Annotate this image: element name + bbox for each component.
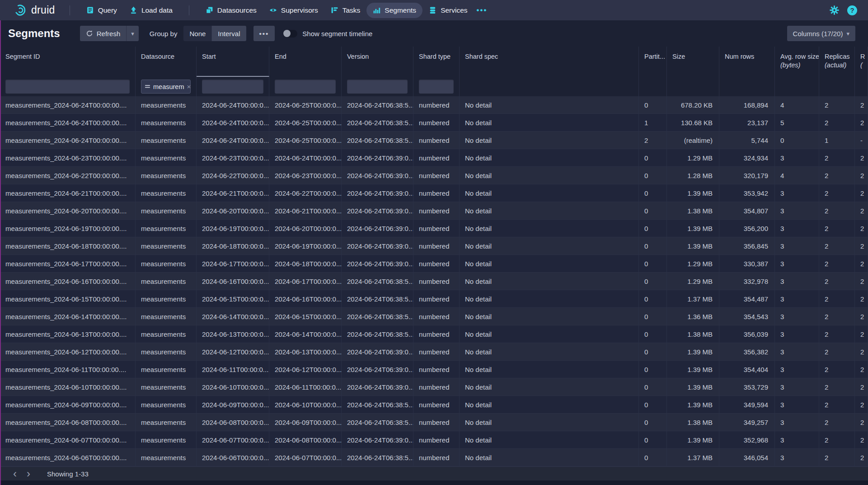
cell-replication_factor[interactable]: 2	[855, 255, 868, 272]
cell-avg_row_size[interactable]: 3	[775, 325, 819, 343]
help-icon[interactable]: ?	[847, 5, 857, 15]
cell-end[interactable]: 2024-06-13T00:00:0...	[269, 343, 342, 360]
cell-shard_type[interactable]: numbered	[413, 114, 460, 131]
cell-partition[interactable]: 0	[639, 220, 667, 237]
table-row[interactable]: measurements_2024-06-20T00:00:00....meas…	[0, 202, 868, 220]
cell-partition[interactable]: 0	[639, 378, 667, 396]
cell-replicas[interactable]: 2	[819, 114, 855, 131]
cell-num_rows[interactable]: 356,039	[719, 325, 775, 343]
cell-end[interactable]: 2024-06-25T00:00:0...	[269, 96, 342, 113]
cell-shard_spec[interactable]: No detail	[460, 290, 639, 307]
cell-replication_factor[interactable]: 2	[855, 290, 868, 307]
cell-shard_type[interactable]: numbered	[413, 184, 460, 202]
cell-shard_type[interactable]: numbered	[413, 396, 460, 413]
cell-partition[interactable]: 0	[639, 396, 667, 413]
cell-shard_type[interactable]: numbered	[413, 237, 460, 254]
table-row[interactable]: measurements_2024-06-11T00:00:00....meas…	[0, 361, 868, 378]
cell-size[interactable]: 1.29 MB	[667, 255, 719, 272]
cell-replicas[interactable]: 2	[819, 149, 855, 166]
nav-more-icon[interactable]: •••	[477, 6, 488, 15]
cell-end[interactable]: 2024-06-09T00:00:0...	[269, 414, 342, 431]
cell-num_rows[interactable]: 353,942	[719, 184, 775, 202]
cell-partition[interactable]: 0	[639, 202, 667, 219]
cell-version[interactable]: 2024-06-24T06:38:5...	[342, 449, 413, 466]
cell-shard_spec[interactable]: No detail	[460, 343, 639, 360]
cell-shard_type[interactable]: numbered	[413, 220, 460, 237]
table-row[interactable]: measurements_2024-06-09T00:00:00....meas…	[0, 396, 868, 414]
column-header-replicas[interactable]: Replicas(actual)	[819, 47, 855, 77]
nav-item-supervisors[interactable]: Supervisors	[263, 3, 324, 18]
table-row[interactable]: measurements_2024-06-10T00:00:00....meas…	[0, 378, 868, 396]
cell-replicas[interactable]: 2	[819, 361, 855, 378]
cell-version[interactable]: 2024-06-24T06:38:5...	[342, 414, 413, 431]
cell-partition[interactable]: 0	[639, 149, 667, 166]
cell-end[interactable]: 2024-06-23T00:00:0...	[269, 167, 342, 184]
cell-replication_factor[interactable]: -	[855, 132, 868, 149]
cell-replicas[interactable]: 2	[819, 220, 855, 237]
table-row[interactable]: measurements_2024-06-14T00:00:00....meas…	[0, 308, 868, 325]
cell-size[interactable]: 1.38 MB	[667, 202, 719, 219]
cell-datasource[interactable]: measurements	[136, 343, 197, 360]
filter-input-version[interactable]	[347, 80, 408, 94]
cell-end[interactable]: 2024-06-20T00:00:0...	[269, 220, 342, 237]
cell-end[interactable]: 2024-06-22T00:00:0...	[269, 184, 342, 202]
filter-chip-datasource[interactable]: measurem×	[141, 80, 191, 94]
cell-datasource[interactable]: measurements	[136, 325, 197, 343]
cell-version[interactable]: 2024-06-24T06:39:0...	[342, 184, 413, 202]
cell-datasource[interactable]: measurements	[136, 149, 197, 166]
cell-num_rows[interactable]: 349,257	[719, 414, 775, 431]
cell-num_rows[interactable]: 354,807	[719, 202, 775, 219]
refresh-button[interactable]: Refresh	[80, 26, 127, 41]
cell-avg_row_size[interactable]: 3	[775, 308, 819, 325]
filter-input-start[interactable]	[202, 80, 263, 94]
cell-datasource[interactable]: measurements	[136, 220, 197, 237]
cell-replicas[interactable]: 2	[819, 96, 855, 113]
cell-size[interactable]: 1.37 MB	[667, 449, 719, 466]
cell-version[interactable]: 2024-06-24T06:39:0...	[342, 361, 413, 378]
cell-version[interactable]: 2024-06-24T06:38:5...	[342, 325, 413, 343]
cell-shard_spec[interactable]: No detail	[460, 237, 639, 254]
cell-shard_spec[interactable]: No detail	[460, 431, 639, 448]
cell-avg_row_size[interactable]: 3	[775, 255, 819, 272]
cell-size[interactable]: 1.36 MB	[667, 308, 719, 325]
cell-num_rows[interactable]: 5,744	[719, 132, 775, 149]
cell-datasource[interactable]: measurements	[136, 96, 197, 113]
cell-replication_factor[interactable]: 2	[855, 343, 868, 360]
cell-replicas[interactable]: 2	[819, 378, 855, 396]
cell-start[interactable]: 2024-06-24T00:00:0...	[197, 132, 269, 149]
filter-input-segment_id[interactable]	[5, 80, 130, 94]
cell-start[interactable]: 2024-06-22T00:00:0...	[197, 167, 269, 184]
cell-replication_factor[interactable]: 2	[855, 167, 868, 184]
cell-start[interactable]: 2024-06-21T00:00:0...	[197, 184, 269, 202]
cell-shard_type[interactable]: numbered	[413, 273, 460, 290]
cell-start[interactable]: 2024-06-24T00:00:0...	[197, 96, 269, 113]
cell-start[interactable]: 2024-06-10T00:00:0...	[197, 378, 269, 396]
table-row[interactable]: measurements_2024-06-13T00:00:00....meas…	[0, 325, 868, 343]
cell-num_rows[interactable]: 354,404	[719, 361, 775, 378]
cell-start[interactable]: 2024-06-09T00:00:0...	[197, 396, 269, 413]
cell-partition[interactable]: 0	[639, 361, 667, 378]
cell-replicas[interactable]: 2	[819, 343, 855, 360]
cell-avg_row_size[interactable]: 3	[775, 220, 819, 237]
cell-segment_id[interactable]: measurements_2024-06-07T00:00:00....	[0, 431, 136, 448]
cell-shard_type[interactable]: numbered	[413, 149, 460, 166]
cell-version[interactable]: 2024-06-24T06:39:0...	[342, 378, 413, 396]
cell-end[interactable]: 2024-06-14T00:00:0...	[269, 325, 342, 343]
cell-shard_spec[interactable]: No detail	[460, 361, 639, 378]
cell-size[interactable]: 1.39 MB	[667, 361, 719, 378]
nav-item-datasources[interactable]: Datasources	[199, 3, 263, 18]
cell-shard_type[interactable]: numbered	[413, 449, 460, 466]
cell-replicas[interactable]: 2	[819, 290, 855, 307]
cell-num_rows[interactable]: 356,200	[719, 220, 775, 237]
cell-end[interactable]: 2024-06-10T00:00:0...	[269, 396, 342, 413]
cell-segment_id[interactable]: measurements_2024-06-19T00:00:00....	[0, 220, 136, 237]
cell-end[interactable]: 2024-06-15T00:00:0...	[269, 308, 342, 325]
cell-end[interactable]: 2024-06-11T00:00:0...	[269, 378, 342, 396]
cell-shard_type[interactable]: numbered	[413, 325, 460, 343]
cell-avg_row_size[interactable]: 3	[775, 273, 819, 290]
cell-num_rows[interactable]: 324,934	[719, 149, 775, 166]
cell-end[interactable]: 2024-06-16T00:00:0...	[269, 290, 342, 307]
cell-start[interactable]: 2024-06-11T00:00:0...	[197, 361, 269, 378]
cell-size[interactable]: 1.28 MB	[667, 167, 719, 184]
cell-num_rows[interactable]: 330,387	[719, 255, 775, 272]
